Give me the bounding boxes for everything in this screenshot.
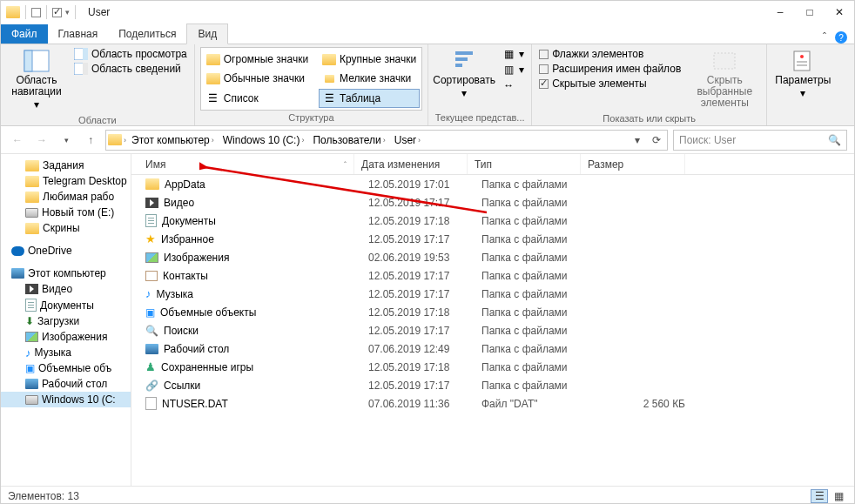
layout-huge-icons[interactable]: Огромные значки xyxy=(203,50,312,69)
size-columns-button[interactable]: ↔ xyxy=(500,78,526,92)
options-button[interactable]: Параметры ▾ xyxy=(772,47,833,111)
qat-dropdown-icon[interactable]: ▾ xyxy=(65,8,70,17)
file-row[interactable]: ★Избранное 12.05.2019 17:17 Папка с файл… xyxy=(131,230,854,248)
tab-file[interactable]: Файл xyxy=(1,24,48,44)
file-row[interactable]: ♟Сохраненные игры 12.05.2019 17:18 Папка… xyxy=(131,358,854,376)
svg-rect-8 xyxy=(455,64,462,67)
svg-point-11 xyxy=(800,55,804,58)
file-row[interactable]: Документы 12.05.2019 17:18 Папка с файла… xyxy=(131,212,854,230)
col-type[interactable]: Тип xyxy=(468,154,581,174)
tree-item[interactable]: Новый том (E:) xyxy=(1,205,131,220)
recent-dropdown[interactable]: ▾ xyxy=(57,131,76,150)
layout-list[interactable]: ☰Список xyxy=(203,89,312,108)
address-folder-icon xyxy=(108,134,122,145)
tree-item[interactable]: Скрины xyxy=(1,220,131,236)
refresh-button[interactable]: ⟳ xyxy=(648,134,665,146)
tree-item[interactable]: Документы xyxy=(1,297,131,313)
tree-this-pc[interactable]: Этот компьютер xyxy=(1,265,131,281)
tree-item[interactable]: Рабочий стол xyxy=(1,376,131,392)
tree-item[interactable]: ▣Объемные объ xyxy=(1,360,131,376)
search-box[interactable]: Поиск: User 🔍 xyxy=(673,130,847,151)
file-row[interactable]: Видео 12.05.2019 17:17 Папка с файлами xyxy=(131,193,854,212)
help-icon[interactable]: ? xyxy=(835,31,847,44)
crumb-c-drive[interactable]: Windows 10 (C:)› xyxy=(219,134,308,146)
tree-item[interactable]: Изображения xyxy=(1,329,131,345)
filename-ext-toggle[interactable]: Расширения имен файлов xyxy=(537,62,683,76)
tree-item[interactable]: Любимая рабо xyxy=(1,189,131,205)
crumb-this-pc[interactable]: Этот компьютер› xyxy=(128,134,218,146)
layout-large-icons[interactable]: Крупные значки xyxy=(319,50,420,69)
tab-home[interactable]: Главная xyxy=(48,24,109,44)
group-by-button[interactable]: ▦▾ xyxy=(500,47,526,61)
close-button[interactable]: ✕ xyxy=(825,1,854,24)
tab-view[interactable]: Вид xyxy=(186,24,228,44)
crumb-user[interactable]: User› xyxy=(391,134,424,146)
file-row[interactable]: Контакты 12.05.2019 17:17 Папка с файлам… xyxy=(131,266,854,285)
file-row[interactable]: ♪Музыка 12.05.2019 17:17 Папка с файлами xyxy=(131,285,854,303)
details-pane-button[interactable]: Область сведений xyxy=(72,62,189,76)
preview-pane-button[interactable]: Область просмотра xyxy=(72,47,189,61)
collapse-ribbon-icon[interactable]: ˆ xyxy=(823,31,826,44)
file-row[interactable]: Изображения 02.06.2019 19:53 Папка с фай… xyxy=(131,248,854,266)
ribbon-group-panes: Область навигации ▾ Область просмотра Об… xyxy=(1,44,195,125)
minimize-button[interactable]: – xyxy=(765,1,795,24)
maximize-button[interactable]: □ xyxy=(795,1,825,24)
tree-item[interactable]: ♪Музыка xyxy=(1,345,131,360)
tree-item[interactable]: Задания xyxy=(1,158,131,173)
qat-checkbox-1[interactable] xyxy=(31,8,41,17)
file-row[interactable]: NTUSER.DAT 07.06.2019 11:36 Файл "DAT" 2… xyxy=(131,394,854,413)
chevron-down-icon: ▾ xyxy=(34,99,39,111)
hidden-items-toggle[interactable]: Скрытые элементы xyxy=(537,77,683,91)
svg-rect-1 xyxy=(24,50,32,71)
address-dropdown[interactable]: ▾ xyxy=(629,134,646,146)
sort-label: Сортировать xyxy=(433,75,495,86)
file-row[interactable]: ▣Объемные объекты 12.05.2019 17:18 Папка… xyxy=(131,303,854,321)
sort-button[interactable]: Сортировать ▾ xyxy=(434,47,495,111)
status-view-thumbs[interactable]: ▦ xyxy=(830,489,847,503)
ribbon: Область навигации ▾ Область просмотра Об… xyxy=(1,44,854,126)
crumb-users[interactable]: Пользователи› xyxy=(309,134,388,146)
item-checkboxes-toggle[interactable]: Флажки элементов xyxy=(537,47,683,61)
search-placeholder: Поиск: User xyxy=(679,134,736,146)
file-row[interactable]: 🔗Ссылки 12.05.2019 17:17 Папка с файлами xyxy=(131,376,854,394)
ribbon-group-show-hide: Флажки элементов Расширения имен файлов … xyxy=(532,44,767,125)
layout-gallery[interactable]: Огромные значки Крупные значки Обычные з… xyxy=(200,47,422,111)
search-icon: 🔍 xyxy=(828,134,841,146)
title-bar: ▾ User – □ ✕ xyxy=(1,1,854,24)
add-columns-button[interactable]: ▥▾ xyxy=(500,63,526,77)
back-button[interactable]: ← xyxy=(8,131,27,150)
tree-item[interactable]: Видео xyxy=(1,281,131,297)
qat-checkbox-2[interactable] xyxy=(52,8,62,17)
address-bar[interactable]: › Этот компьютер› Windows 10 (C:)› Польз… xyxy=(105,130,668,151)
options-label: Параметры xyxy=(775,75,831,86)
column-headers[interactable]: Имяˆ Дата изменения Тип Размер xyxy=(131,154,854,175)
svg-rect-7 xyxy=(455,57,468,61)
layout-medium-icons[interactable]: Обычные значки xyxy=(203,69,312,88)
file-list: Имяˆ Дата изменения Тип Размер AppData 1… xyxy=(131,154,854,486)
tree-item[interactable]: Windows 10 (C: xyxy=(1,392,131,407)
col-name[interactable]: Имяˆ xyxy=(131,154,354,174)
navigation-tree[interactable]: ЗаданияTelegram DesktорЛюбимая рабоНовый… xyxy=(1,154,131,486)
ribbon-group-current-view: Сортировать ▾ ▦▾ ▥▾ ↔ Текущее представ..… xyxy=(428,44,532,125)
tree-item[interactable]: Telegram Desktор xyxy=(1,173,131,189)
layout-small-icons[interactable]: Мелкие значки xyxy=(319,69,420,88)
svg-rect-9 xyxy=(714,53,735,69)
hide-selected-button[interactable]: Скрыть выбранные элементы xyxy=(688,47,761,111)
col-date[interactable]: Дата изменения xyxy=(354,154,468,174)
nav-pane-button[interactable]: Область навигации ▾ xyxy=(6,47,67,113)
ribbon-group-options: Параметры ▾ xyxy=(767,44,838,125)
status-view-details[interactable]: ☰ xyxy=(811,489,828,503)
file-row[interactable]: 🔍Поиски 12.05.2019 17:17 Папка с файлами xyxy=(131,321,854,339)
col-size[interactable]: Размер xyxy=(581,154,685,174)
file-row[interactable]: AppData 12.05.2019 17:01 Папка с файлами xyxy=(131,175,854,193)
item-count: Элементов: 13 xyxy=(8,490,79,502)
tab-share[interactable]: Поделиться xyxy=(108,24,186,44)
tree-onedrive[interactable]: OneDrive xyxy=(1,243,131,259)
layout-details[interactable]: ☰Таблица xyxy=(319,89,420,108)
up-button[interactable]: ↑ xyxy=(81,131,100,150)
forward-button[interactable]: → xyxy=(32,131,51,150)
chevron-down-icon: ▾ xyxy=(800,88,805,99)
svg-rect-6 xyxy=(455,51,473,55)
file-row[interactable]: Рабочий стол 07.06.2019 12:49 Папка с фа… xyxy=(131,339,854,358)
tree-item[interactable]: ⬇Загрузки xyxy=(1,313,131,329)
